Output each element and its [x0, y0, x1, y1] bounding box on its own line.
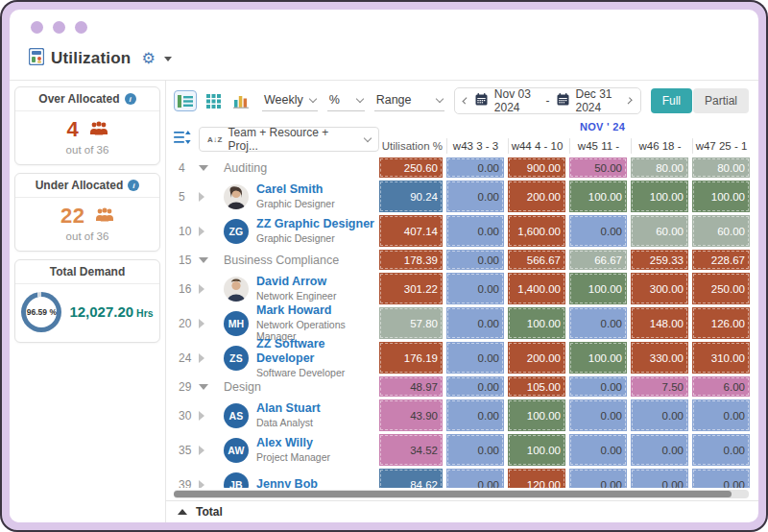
week-utilisation-cell[interactable]: 0.00 [631, 434, 688, 466]
utilisation-total-cell[interactable]: 84.62 [379, 469, 443, 488]
week-utilisation-cell[interactable]: 0.00 [569, 307, 627, 339]
total-row[interactable]: Total [166, 500, 758, 522]
unit-select[interactable]: % [327, 90, 365, 111]
resource-name-link[interactable]: ZZ Graphic Designer [256, 217, 374, 232]
expand-row-icon[interactable] [199, 353, 224, 363]
partial-toggle-button[interactable]: Partial [693, 88, 749, 113]
period-select[interactable]: Weekly [262, 90, 318, 111]
week-utilisation-cell[interactable]: 0.00 [446, 215, 504, 247]
week-utilisation-cell[interactable]: 900.00 [508, 157, 565, 178]
week-utilisation-cell[interactable]: 0.00 [569, 215, 627, 247]
info-icon[interactable]: i [125, 93, 136, 105]
week-utilisation-cell[interactable]: 0.00 [446, 307, 504, 339]
window-dot-icon[interactable] [53, 21, 65, 34]
week-utilisation-cell[interactable]: 250.00 [692, 273, 750, 304]
date-from[interactable]: Nov 03 2024 [494, 87, 540, 114]
collapse-up-icon[interactable] [178, 509, 187, 515]
utilisation-total-cell[interactable]: 407.14 [379, 215, 443, 247]
expand-row-icon[interactable] [199, 192, 224, 202]
week-utilisation-cell[interactable]: 105.00 [508, 376, 565, 397]
week-utilisation-cell[interactable]: 60.00 [692, 215, 750, 247]
collapse-row-icon[interactable] [199, 165, 224, 171]
utilisation-total-cell[interactable]: 43.90 [379, 399, 443, 431]
utilisation-total-cell[interactable]: 250.60 [379, 157, 443, 178]
avatar-initials[interactable]: ZG [224, 219, 249, 244]
week-utilisation-cell[interactable]: 100.00 [508, 399, 565, 431]
group-sort-icon[interactable] [174, 131, 191, 148]
avatar-photo[interactable] [224, 277, 249, 302]
view-chart-button[interactable] [229, 90, 252, 111]
info-icon[interactable]: i [128, 180, 139, 191]
week-utilisation-cell[interactable]: 148.00 [631, 307, 688, 339]
prev-period-button[interactable] [463, 97, 469, 104]
week-utilisation-cell[interactable]: 100.00 [508, 307, 565, 339]
week-utilisation-cell[interactable]: 126.00 [692, 307, 750, 339]
week-utilisation-cell[interactable]: 0.00 [692, 469, 750, 488]
week-utilisation-cell[interactable]: 0.00 [446, 376, 504, 397]
week-utilisation-cell[interactable]: 80.00 [692, 157, 750, 178]
view-gantt-list-button[interactable] [174, 90, 197, 111]
resource-name-link[interactable]: Carel Smith [256, 182, 335, 198]
resource-name-link[interactable]: ZZ Software Developer [256, 337, 379, 367]
week-utilisation-cell[interactable]: 7.50 [631, 376, 688, 397]
utilisation-total-cell[interactable]: 34.52 [379, 434, 443, 466]
week-utilisation-cell[interactable]: 259.33 [631, 250, 688, 270]
window-dot-icon[interactable] [75, 21, 87, 34]
week-utilisation-cell[interactable]: 120.00 [508, 469, 565, 488]
next-period-button[interactable] [626, 97, 633, 104]
utilisation-total-cell[interactable]: 90.24 [379, 181, 443, 212]
week-utilisation-cell[interactable]: 0.00 [692, 434, 750, 466]
group-by-select[interactable]: A↓Z Team + Resource + Proj... [199, 127, 379, 152]
week-utilisation-cell[interactable]: 0.00 [569, 434, 627, 466]
horizontal-scrollbar[interactable] [174, 490, 749, 498]
collapse-row-icon[interactable] [199, 384, 224, 390]
week-utilisation-cell[interactable]: 310.00 [692, 342, 750, 374]
week-utilisation-cell[interactable]: 100.00 [508, 434, 565, 466]
week-utilisation-cell[interactable]: 0.00 [446, 469, 504, 488]
utilisation-total-cell[interactable]: 178.39 [379, 250, 443, 270]
utilisation-total-cell[interactable]: 57.80 [379, 307, 443, 339]
week-utilisation-cell[interactable]: 200.00 [508, 181, 565, 212]
week-utilisation-cell[interactable]: 100.00 [569, 181, 627, 212]
week-utilisation-cell[interactable]: 0.00 [631, 399, 688, 431]
week-utilisation-cell[interactable]: 0.00 [446, 250, 504, 270]
week-utilisation-cell[interactable]: 60.00 [631, 215, 688, 247]
week-utilisation-cell[interactable]: 100.00 [569, 342, 627, 374]
chevron-down-icon[interactable] [164, 57, 172, 61]
week-utilisation-cell[interactable]: 0.00 [446, 342, 504, 374]
resource-name-link[interactable]: Jenny Bob [256, 477, 318, 488]
expand-row-icon[interactable] [199, 319, 224, 328]
resource-name-link[interactable]: Alan Stuart [256, 401, 321, 417]
expand-row-icon[interactable] [199, 284, 224, 294]
utilisation-total-cell[interactable]: 176.19 [379, 342, 443, 374]
window-dot-icon[interactable] [31, 21, 43, 34]
week-utilisation-cell[interactable]: 330.00 [631, 342, 688, 374]
expand-row-icon[interactable] [199, 480, 224, 489]
expand-row-icon[interactable] [199, 411, 224, 421]
week-utilisation-cell[interactable]: 228.67 [692, 250, 750, 270]
resource-name-link[interactable]: Mark Howard [256, 303, 379, 319]
view-grid-button[interactable] [202, 90, 225, 111]
resource-name-link[interactable]: Alex Willy [256, 436, 330, 451]
week-utilisation-cell[interactable]: 100.00 [569, 273, 627, 304]
week-utilisation-cell[interactable]: 0.00 [446, 399, 504, 431]
week-utilisation-cell[interactable]: 100.00 [692, 181, 750, 212]
week-utilisation-cell[interactable]: 0.00 [446, 157, 504, 178]
range-select[interactable]: Range [374, 90, 445, 111]
week-utilisation-cell[interactable]: 0.00 [446, 434, 504, 466]
week-utilisation-cell[interactable]: 0.00 [446, 273, 504, 304]
week-utilisation-cell[interactable]: 6.00 [692, 376, 750, 397]
week-utilisation-cell[interactable]: 50.00 [569, 157, 627, 178]
week-utilisation-cell[interactable]: 0.00 [692, 399, 750, 431]
week-utilisation-cell[interactable]: 1,600.00 [508, 215, 565, 247]
avatar-initials[interactable]: ZS [224, 346, 249, 371]
full-toggle-button[interactable]: Full [651, 88, 692, 113]
avatar-initials[interactable]: AS [224, 403, 249, 428]
week-utilisation-cell[interactable]: 0.00 [569, 469, 627, 488]
resource-name-link[interactable]: David Arrow [256, 275, 336, 290]
avatar-initials[interactable]: JB [224, 472, 249, 489]
utilisation-total-cell[interactable]: 301.22 [379, 273, 443, 304]
week-utilisation-cell[interactable]: 100.00 [631, 181, 688, 212]
week-utilisation-cell[interactable]: 566.67 [508, 250, 565, 270]
week-utilisation-cell[interactable]: 66.67 [569, 250, 627, 270]
